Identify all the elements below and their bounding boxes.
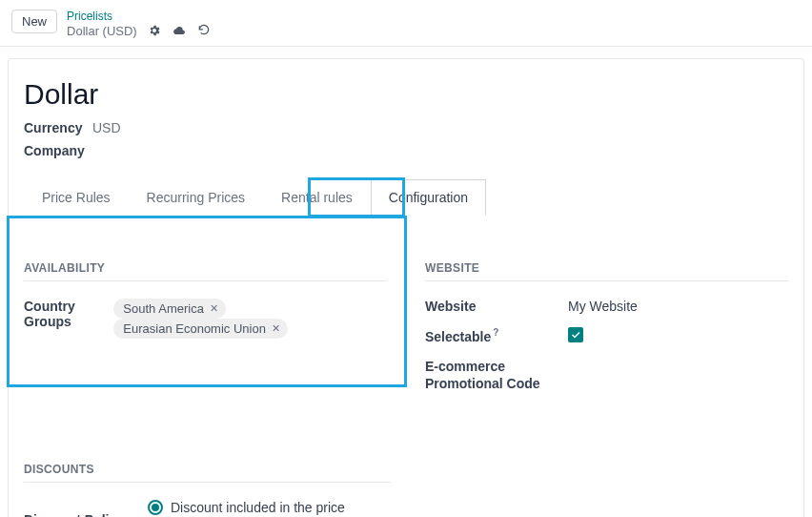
availability-heading: AVAILABILITY: [24, 261, 387, 281]
page-title: Dollar: [24, 78, 788, 111]
discounts-heading: DISCOUNTS: [24, 463, 391, 483]
tabs: Price Rules Recurring Prices Rental rule…: [24, 179, 788, 216]
breadcrumb-parent[interactable]: Pricelists: [67, 10, 212, 23]
chip-label: South America: [123, 301, 204, 316]
chip-country-group[interactable]: Eurasian Economic Union ✕: [113, 319, 288, 339]
help-icon[interactable]: ?: [493, 327, 498, 338]
discounts-section: DISCOUNTS Discount Policy Discount inclu…: [24, 463, 788, 517]
website-label: Website: [425, 299, 568, 314]
breadcrumb-current: Dollar (USD): [67, 24, 137, 39]
cloud-icon[interactable]: [172, 23, 187, 38]
chip-remove-icon[interactable]: ✕: [210, 302, 218, 315]
chip-country-group[interactable]: South America ✕: [113, 299, 226, 319]
tab-recurring-prices[interactable]: Recurring Prices: [129, 179, 263, 216]
website-heading: WEBSITE: [425, 261, 788, 281]
selectable-label: Selectable?: [425, 327, 568, 344]
website-section: WEBSITE Website My Website Selectable? E…: [425, 261, 788, 405]
chip-remove-icon[interactable]: ✕: [272, 322, 280, 335]
tab-price-rules[interactable]: Price Rules: [24, 179, 129, 216]
new-button[interactable]: New: [11, 10, 57, 33]
website-value[interactable]: My Website: [568, 299, 638, 314]
currency-label: Currency: [24, 120, 92, 135]
country-groups-field[interactable]: South America ✕ Eurasian Economic Union …: [113, 299, 387, 339]
company-label: Company: [24, 143, 92, 158]
gear-icon[interactable]: [147, 23, 162, 38]
top-bar: New Pricelists Dollar (USD): [0, 0, 812, 47]
promo-code-label: E-commerce Promotional Code: [425, 358, 568, 392]
radio-label: Discount included in the price: [171, 500, 345, 515]
highlight-tab: [308, 177, 405, 217]
radio-icon: [148, 500, 163, 515]
selectable-checkbox[interactable]: [568, 327, 583, 342]
record-panel: Dollar Currency USD Company Price Rules …: [8, 58, 804, 517]
discount-option-included[interactable]: Discount included in the price: [148, 500, 560, 515]
availability-section: AVAILABILITY Country Groups South Americ…: [24, 261, 387, 405]
country-groups-label: Country Groups: [24, 299, 113, 329]
chip-label: Eurasian Economic Union: [123, 321, 266, 336]
undo-icon[interactable]: [196, 23, 212, 38]
currency-value[interactable]: USD: [92, 120, 121, 135]
breadcrumb: Pricelists Dollar (USD): [67, 10, 212, 38]
discount-policy-label: Discount Policy: [24, 512, 148, 517]
